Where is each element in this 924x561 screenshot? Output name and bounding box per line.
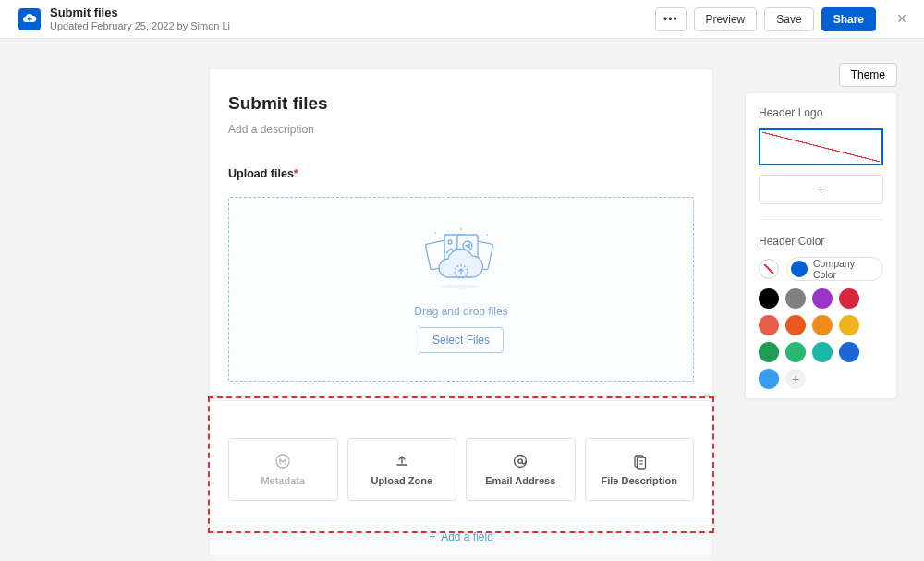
svg-point-8 [486,234,488,236]
divider [759,219,883,220]
svg-point-10 [441,285,481,289]
color-swatch[interactable] [812,288,833,309]
form-title[interactable]: Submit files [228,93,694,114]
header-logo-label: Header Logo [759,106,883,119]
form-card: Submit files Add a description Upload fi… [209,68,713,555]
company-color-swatch [791,261,808,277]
svg-point-13 [518,459,522,463]
color-none-swatch[interactable] [759,259,779,279]
close-field-picker-icon[interactable]: × [696,384,714,403]
add-logo-button[interactable]: + [759,175,883,204]
color-swatch[interactable] [839,315,859,335]
plus-icon: + [429,531,435,543]
svg-point-12 [515,456,527,468]
color-swatch[interactable] [785,315,806,335]
field-card-upload-zone[interactable]: Upload Zone [347,438,457,501]
color-swatch[interactable] [759,342,779,362]
save-button[interactable]: Save [764,7,813,31]
header-logo-preview[interactable] [759,128,883,165]
color-grid: + [759,288,883,389]
field-picker: × Metadata Upload Zone [210,400,712,555]
upload-icon [394,453,410,470]
required-asterisk: * [294,167,298,180]
app-cloud-icon [18,8,41,30]
metadata-icon [274,453,291,470]
dropzone-illustration-icon [415,226,507,292]
svg-rect-15 [637,457,645,469]
preview-button[interactable]: Preview [694,7,758,31]
add-color-swatch[interactable]: + [785,369,806,389]
color-swatch[interactable] [812,315,833,335]
color-swatch[interactable] [839,342,859,362]
svg-point-7 [434,232,436,234]
header-color-label: Header Color [759,235,883,248]
color-swatch[interactable] [812,342,833,362]
dropzone-text: Drag and drop files [414,305,507,318]
color-swatch[interactable] [759,288,779,309]
color-swatch[interactable] [759,315,779,335]
svg-point-11 [276,455,289,468]
company-color-option[interactable]: Company Color [786,257,883,281]
color-swatch[interactable] [839,288,859,309]
share-button[interactable]: Share [821,7,876,31]
at-icon [512,453,529,470]
field-card-email[interactable]: Email Address [466,438,576,501]
color-swatch[interactable] [759,369,779,389]
field-card-file-description[interactable]: File Description [585,438,695,501]
topbar: Submit files Updated February 25, 2022 b… [0,0,924,39]
form-description-placeholder[interactable]: Add a description [228,123,694,136]
svg-point-9 [460,228,462,230]
page-subtitle: Updated February 25, 2022 by Simon Li [50,20,655,32]
field-card-metadata[interactable]: Metadata [228,438,338,501]
add-field-button[interactable]: + Add a field [210,518,712,555]
close-icon[interactable]: × [889,6,915,32]
color-swatch[interactable] [785,342,806,362]
file-description-icon [631,453,648,470]
page-title: Submit files [50,6,655,20]
upload-dropzone[interactable]: Drag and drop files Select Files [228,197,694,382]
theme-button[interactable]: Theme [839,63,897,87]
select-files-button[interactable]: Select Files [419,327,504,353]
canvas: Submit files Add a description Upload fi… [0,39,924,561]
upload-field-label: Upload files* [228,167,694,180]
theme-panel: Header Logo + Header Color Company Color [745,92,897,399]
color-swatch[interactable] [785,288,806,309]
more-button[interactable]: ••• [655,7,687,31]
